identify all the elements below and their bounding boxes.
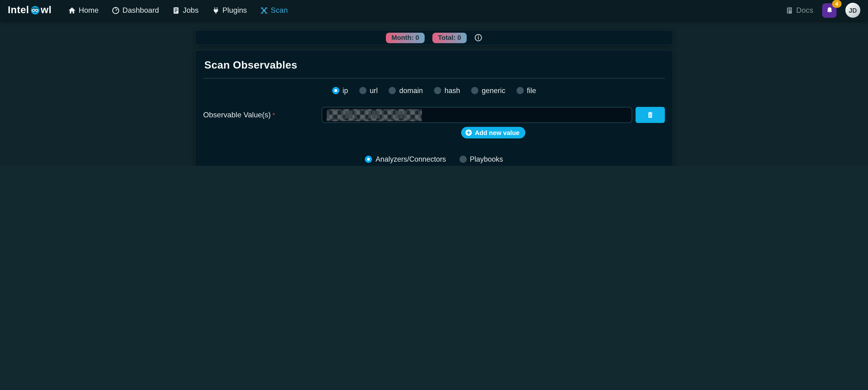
radio[interactable] — [434, 87, 441, 94]
nav-item-label: Jobs — [183, 6, 198, 14]
observable-type-ip[interactable]: ip — [332, 87, 348, 95]
scan-observables-card: Scan Observables ip url domain hash gene… — [195, 50, 673, 166]
navbar: Intel wl Home Dashboard Jobs — [0, 0, 868, 21]
docs-label: Docs — [796, 6, 813, 14]
radio[interactable] — [516, 87, 524, 94]
bell-icon — [826, 7, 833, 14]
notifications-button[interactable]: 4 — [822, 3, 836, 18]
observable-value-row: Observable Value(s)* Add new value — [203, 107, 665, 139]
jobs-icon — [172, 6, 180, 14]
radio[interactable] — [471, 87, 478, 94]
quota-bar: Month: 0 Total: 0 — [195, 30, 673, 46]
plugins-icon — [212, 6, 220, 14]
app-window: Intel wl Home Dashboard Jobs — [0, 0, 868, 166]
brand-text-prefix: Intel — [8, 4, 29, 16]
observable-type-file[interactable]: file — [516, 87, 536, 95]
mode-radio-group: Analyzers/Connectors Playbooks — [203, 155, 665, 163]
nav-item-label: Scan — [271, 6, 288, 14]
required-marker: * — [272, 111, 275, 119]
radio[interactable] — [459, 155, 467, 163]
page-content: Month: 0 Total: 0 Scan Observables ip ur… — [195, 21, 673, 166]
nav-menu: Home Dashboard Jobs Plugins Scan — [68, 6, 288, 14]
total-quota-badge: Total: 0 — [432, 32, 467, 43]
radio[interactable] — [359, 87, 367, 94]
add-new-value-button[interactable]: Add new value — [461, 127, 526, 138]
observable-type-url[interactable]: url — [359, 87, 378, 95]
navbar-right: Docs 4 JD — [786, 3, 861, 18]
docs-link[interactable]: Docs — [786, 6, 813, 14]
nav-item-home[interactable]: Home — [68, 6, 98, 14]
title-divider — [203, 78, 665, 79]
scan-drone-icon — [260, 6, 268, 14]
notification-count-badge: 4 — [832, 0, 842, 7]
observable-type-domain[interactable]: domain — [389, 87, 423, 95]
observable-value-input[interactable] — [322, 107, 632, 123]
mode-playbooks[interactable]: Playbooks — [459, 155, 503, 163]
dashboard-icon — [112, 6, 120, 14]
nav-item-label: Home — [79, 6, 99, 14]
brand-logo[interactable]: Intel wl — [8, 4, 52, 16]
observable-type-hash[interactable]: hash — [434, 87, 460, 95]
docs-icon — [786, 6, 794, 14]
redacted-observable-value — [327, 109, 422, 121]
remove-value-button[interactable] — [636, 107, 665, 123]
plus-circle-icon — [465, 129, 472, 137]
nav-item-dashboard[interactable]: Dashboard — [112, 6, 159, 14]
observable-type-generic[interactable]: generic — [471, 87, 505, 95]
page-title: Scan Observables — [203, 58, 665, 78]
trash-icon — [647, 111, 654, 119]
radio-selected[interactable] — [332, 87, 339, 94]
nav-item-label: Plugins — [222, 6, 247, 14]
home-icon — [68, 6, 76, 14]
nav-item-plugins[interactable]: Plugins — [212, 6, 247, 14]
nav-item-jobs[interactable]: Jobs — [172, 6, 198, 14]
radio-selected[interactable] — [365, 155, 372, 163]
radio[interactable] — [389, 87, 396, 94]
info-icon[interactable] — [474, 34, 482, 41]
nav-item-scan[interactable]: Scan — [260, 6, 288, 14]
observable-type-radio-group: ip url domain hash generic file — [203, 87, 665, 95]
owl-logo-icon — [30, 6, 39, 15]
user-avatar[interactable]: JD — [845, 3, 860, 18]
mode-analyzers-connectors[interactable]: Analyzers/Connectors — [365, 155, 446, 163]
nav-item-label: Dashboard — [123, 6, 159, 14]
observable-value-label: Observable Value(s)* — [203, 107, 322, 119]
brand-text-suffix: wl — [41, 4, 52, 16]
month-quota-badge: Month: 0 — [386, 32, 425, 43]
